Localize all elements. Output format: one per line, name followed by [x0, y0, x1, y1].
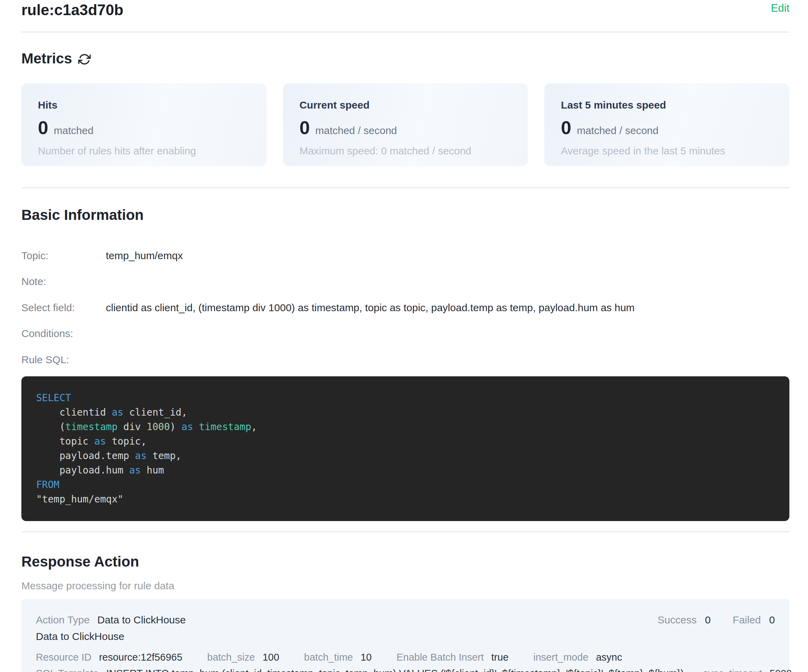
edit-link[interactable]: Edit: [771, 2, 790, 15]
metric-card-last-5-minutes-speed: Last 5 minutes speed 0 matched / second …: [544, 83, 790, 166]
basic-information-heading: Basic Information: [22, 206, 790, 224]
metric-description: Maximum speed: 0 matched / second: [300, 145, 512, 157]
code-line: payload.temp as temp,: [36, 449, 776, 463]
info-label: Rule SQL:: [22, 354, 106, 365]
metrics-section-header: Metrics: [22, 50, 790, 68]
metric-card-title: Current speed: [300, 99, 512, 111]
metric-card-valueline: 0 matched: [38, 118, 250, 137]
rule-detail-page: rule:c1a3d70b Edit Metrics Hits 0 matche…: [0, 0, 808, 672]
metric-card-title: Last 5 minutes speed: [561, 99, 773, 111]
failed-value: 0: [769, 614, 775, 626]
divider: [22, 32, 790, 32]
divider: [22, 531, 790, 532]
property-enable-batch-insert: Enable Batch Insert true: [396, 652, 508, 663]
sql-template-row: SQL Template INSERT INTO temp_hum (clien…: [36, 668, 775, 672]
rule-sql-code-block: SELECT clientid as client_id, (timestamp…: [22, 376, 790, 521]
metric-unit: matched / second: [577, 125, 658, 137]
property-label: Enable Batch Insert: [396, 652, 484, 663]
info-label: Conditions:: [22, 328, 106, 339]
metric-card-valueline: 0 matched / second: [561, 118, 773, 137]
info-row-rule-sql: Rule SQL:: [22, 354, 790, 365]
metric-card-valueline: 0 matched / second: [300, 118, 512, 137]
metric-card-current-speed: Current speed 0 matched / second Maximum…: [283, 83, 528, 166]
property-label: Resource ID: [36, 652, 91, 663]
info-row-conditions: Conditions:: [22, 328, 790, 339]
action-card: Action Type Data to ClickHouse Success 0…: [22, 599, 790, 672]
response-action-subtitle: Message processing for rule data: [22, 580, 790, 591]
page-title: rule:c1a3d70b: [22, 1, 124, 19]
action-name-row: Data to ClickHouse: [36, 630, 775, 643]
action-type-label: Action Type: [36, 614, 90, 626]
property-value: async: [596, 652, 622, 663]
action-name: Data to ClickHouse: [36, 630, 124, 643]
response-action-heading: Response Action: [22, 553, 790, 571]
property-label: sync_timeout: [703, 668, 762, 672]
sql-template-value: INSERT INTO temp_hum (client_id, timesta…: [106, 668, 684, 672]
refresh-icon[interactable]: [78, 53, 91, 65]
code-line: "temp_hum/emqx": [36, 492, 776, 507]
info-value: temp_hum/emqx: [106, 250, 183, 261]
metric-description: Number of rules hits after enabling: [38, 145, 250, 157]
property-label: batch_time: [304, 652, 353, 663]
info-label: Topic:: [22, 250, 106, 261]
code-line: (timestamp div 1000) as timestamp,: [36, 420, 776, 434]
metric-value: 0: [561, 118, 571, 137]
action-type-row: Action Type Data to ClickHouse Success 0…: [36, 614, 775, 626]
property-sync-timeout: sync_timeout 5000: [703, 668, 792, 672]
action-type-value: Data to ClickHouse: [97, 614, 186, 626]
property-batch-size: batch_size 100: [207, 652, 279, 663]
code-line: clientid as client_id,: [36, 405, 776, 420]
info-label: Note:: [22, 276, 106, 287]
success-label: Success: [658, 614, 697, 626]
code-line: SELECT: [36, 391, 776, 405]
property-value: resource:12f56965: [99, 652, 182, 663]
property-label: batch_size: [207, 652, 255, 663]
action-properties-row: Resource ID resource:12f56965 batch_size…: [36, 652, 775, 663]
sql-template-label: SQL Template: [36, 668, 98, 672]
info-row-topic: Topic: temp_hum/emqx: [22, 250, 790, 261]
property-value: 10: [361, 652, 372, 663]
metric-description: Average speed in the last 5 minutes: [561, 145, 773, 157]
basic-information-rows: Topic: temp_hum/emqx Note: Select field:…: [22, 250, 790, 365]
metric-unit: matched: [54, 125, 93, 137]
code-line: topic as topic,: [36, 434, 776, 449]
info-value: clientid as client_id, (timestamp div 10…: [106, 302, 634, 313]
failed-stat: Failed 0: [733, 614, 775, 626]
property-value: 5000: [770, 668, 792, 672]
metric-value: 0: [38, 118, 48, 137]
info-row-note: Note:: [22, 276, 790, 287]
code-line: payload.hum as hum: [36, 463, 776, 478]
info-label: Select field:: [22, 302, 106, 313]
metric-unit: matched / second: [316, 125, 397, 137]
property-resource-id: Resource ID resource:12f56965: [36, 652, 182, 663]
metric-card-title: Hits: [38, 99, 250, 111]
action-stats: Success 0 Failed 0: [658, 614, 775, 626]
success-value: 0: [705, 614, 711, 626]
divider: [22, 187, 790, 188]
property-label: insert_mode: [533, 652, 588, 663]
metrics-heading: Metrics: [22, 50, 72, 68]
metric-cards-row: Hits 0 matched Number of rules hits afte…: [22, 83, 790, 166]
failed-label: Failed: [733, 614, 761, 626]
success-stat: Success 0: [658, 614, 711, 626]
property-batch-time: batch_time 10: [304, 652, 372, 663]
metric-value: 0: [300, 118, 310, 137]
page-header: rule:c1a3d70b Edit: [22, 0, 790, 19]
property-insert-mode: insert_mode async: [533, 652, 622, 663]
property-value: 100: [263, 652, 279, 663]
code-line: FROM: [36, 478, 776, 492]
metric-card-hits: Hits 0 matched Number of rules hits afte…: [22, 83, 267, 166]
property-value: true: [491, 652, 508, 663]
info-row-select-field: Select field: clientid as client_id, (ti…: [22, 302, 790, 313]
